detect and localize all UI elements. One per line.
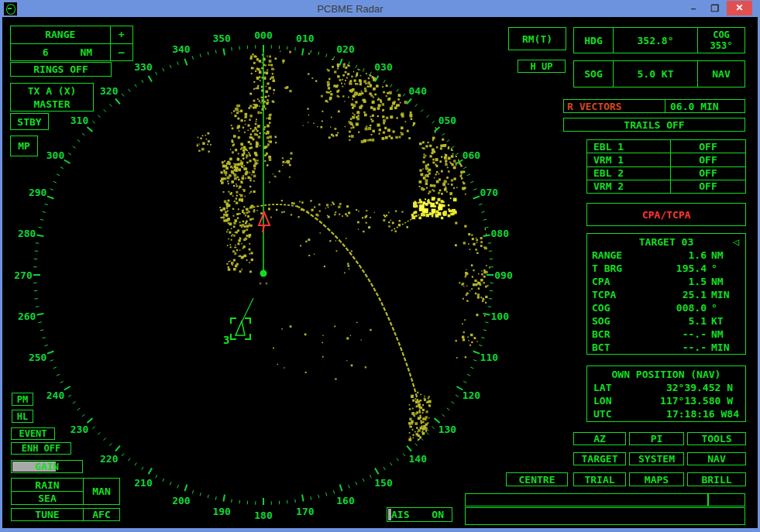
bearing-label: 160 [336, 495, 355, 506]
maps-button[interactable]: MAPS [629, 472, 684, 486]
range-decrease-button[interactable]: – [111, 44, 132, 60]
vrm1-label: VRM 1 [587, 153, 671, 166]
target-sog-row: SOG 5.1 KT [592, 314, 741, 328]
lon-value: 117°13.580 W [628, 394, 739, 407]
cog-label: COG [713, 29, 730, 40]
rm-mode-button[interactable]: RM(T) [508, 27, 566, 50]
cpa-tcpa-button[interactable]: CPA/TCPA [586, 203, 746, 226]
rings-toggle-button[interactable]: RINGS OFF [10, 62, 112, 77]
afc-button[interactable]: AFC [84, 509, 119, 520]
speed-source-nav[interactable]: NAV [698, 68, 745, 80]
own-lat-row: LAT 32°39.452 N [593, 381, 739, 394]
bearing-label: 260 [18, 311, 36, 322]
bearing-label: 290 [29, 187, 47, 198]
maximize-button[interactable]: ❐ [705, 2, 725, 15]
gain-label: GAIN [35, 461, 59, 472]
target-bct-value: --.- [635, 341, 707, 354]
target-button[interactable]: TARGET [573, 452, 626, 465]
stby-button[interactable]: STBY [10, 113, 49, 130]
target-sog-value: 5.1 [635, 314, 707, 328]
bearing-label: 070 [480, 187, 499, 198]
bearing-label: 030 [374, 61, 393, 73]
man-button[interactable]: MAN [84, 479, 119, 504]
target-tcpa-unit: MIN [707, 288, 741, 301]
target-cpa-value: 1.5 [635, 275, 707, 288]
enh-button[interactable]: ENH OFF [11, 442, 71, 455]
bearing-label: 300 [46, 149, 65, 161]
vrm2-row[interactable]: VRM 2 OFF [587, 180, 745, 193]
nav-button[interactable]: NAV [687, 452, 746, 465]
ebl1-row[interactable]: EBL 1 OFF [587, 140, 745, 153]
lat-value: 32°39.452 N [628, 381, 739, 394]
bearing-label: 240 [46, 390, 65, 401]
own-ship-marker [260, 270, 267, 277]
target-data-box: TARGET 03 ◁ RANGE 1.6 NM T BRG 195.4 ° C… [586, 233, 746, 355]
event-button[interactable]: EVENT [11, 427, 55, 440]
r-vectors-label[interactable]: R VECTORS [564, 100, 665, 112]
target-cog-row: COG 008.0 ° [592, 301, 741, 314]
utc-value: 17:18:16 W84 [628, 407, 739, 420]
bearing-label: 310 [70, 115, 89, 126]
relative-vectors-box[interactable]: R VECTORS 06.0 MIN [563, 99, 745, 113]
head-up-button[interactable]: H UP [518, 60, 566, 73]
own-position-title: OWN POSITION (NAV) [593, 368, 739, 381]
tools-button[interactable]: TOOLS [687, 432, 746, 445]
ebl-vrm-table: EBL 1 OFF VRM 1 OFF EBL 2 OFF VRM 2 OFF [586, 139, 746, 194]
range-box: RANGE 6 NM + – [10, 26, 133, 61]
ais-toggle-button[interactable]: AIS ON [387, 507, 452, 522]
target-title: TARGET 03 [639, 235, 693, 249]
sea-button[interactable]: SEA [12, 492, 83, 504]
pi-button[interactable]: PI [629, 432, 684, 445]
minimize-button[interactable]: – [683, 2, 703, 15]
transmit-status-box[interactable]: TX A (X) MASTER [10, 83, 94, 112]
trial-button[interactable]: TRIAL [573, 472, 626, 486]
target-bct-row: BCT --.- MIN [592, 341, 741, 354]
az-button[interactable]: AZ [573, 432, 626, 445]
target-brg-label: T BRG [592, 262, 635, 275]
r-vectors-value[interactable]: 06.0 MIN [665, 101, 745, 112]
centre-button[interactable]: CENTRE [506, 472, 568, 486]
lon-label: LON [593, 394, 628, 407]
ebl2-row[interactable]: EBL 2 OFF [587, 167, 745, 180]
bearing-label: 080 [491, 228, 510, 239]
hdg-label: HDG [574, 35, 613, 46]
message-line-1-aux [708, 493, 745, 506]
system-button[interactable]: SYSTEM [629, 452, 684, 465]
bearing-label: 340 [172, 43, 191, 55]
message-line-2 [465, 507, 745, 525]
bearing-label: 130 [438, 424, 457, 435]
target-brg-value: 195.4 [635, 262, 707, 275]
target-brg-unit: ° [707, 262, 741, 275]
titlebar[interactable]: PCBME Radar – ❐ ✕ [0, 0, 760, 17]
hl-button[interactable]: HL [12, 410, 33, 423]
trails-toggle-button[interactable]: TRAILS OFF [563, 118, 745, 132]
target-bct-unit: MIN [707, 341, 741, 354]
tune-button[interactable]: TUNE [12, 509, 84, 520]
mp-button[interactable]: MP [10, 136, 38, 156]
gain-slider[interactable]: GAIN [11, 460, 83, 473]
vrm2-value: OFF [671, 180, 745, 192]
vrm1-row[interactable]: VRM 1 OFF [587, 153, 745, 166]
bearing-label: 200 [172, 495, 191, 506]
close-button[interactable]: ✕ [727, 1, 752, 15]
pm-button[interactable]: PM [12, 393, 33, 406]
target-cog-label: COG [592, 301, 635, 314]
bearing-label: 050 [438, 115, 457, 126]
bearing-label: 000 [254, 29, 273, 41]
target-tcpa-value: 25.1 [635, 288, 707, 301]
hdg-value: 352.8° [613, 28, 698, 53]
brill-button[interactable]: BRILL [687, 472, 746, 486]
vrm2-label: VRM 2 [587, 180, 671, 193]
target-tcpa-label: TCPA [592, 288, 635, 301]
rain-button[interactable]: RAIN [12, 479, 83, 492]
ais-target-selected[interactable]: 3 [223, 298, 253, 346]
ebl2-label: EBL 2 [587, 167, 671, 180]
bearing-label: 330 [134, 61, 153, 73]
target-number-label: 3 [223, 334, 229, 346]
ais-target-dangerous[interactable] [259, 212, 270, 232]
bearing-label: 230 [70, 424, 89, 435]
target-brg-row: T BRG 195.4 ° [592, 262, 741, 275]
bearing-label: 120 [463, 390, 481, 401]
target-cpa-label: CPA [592, 275, 635, 288]
range-increase-button[interactable]: + [111, 26, 132, 44]
